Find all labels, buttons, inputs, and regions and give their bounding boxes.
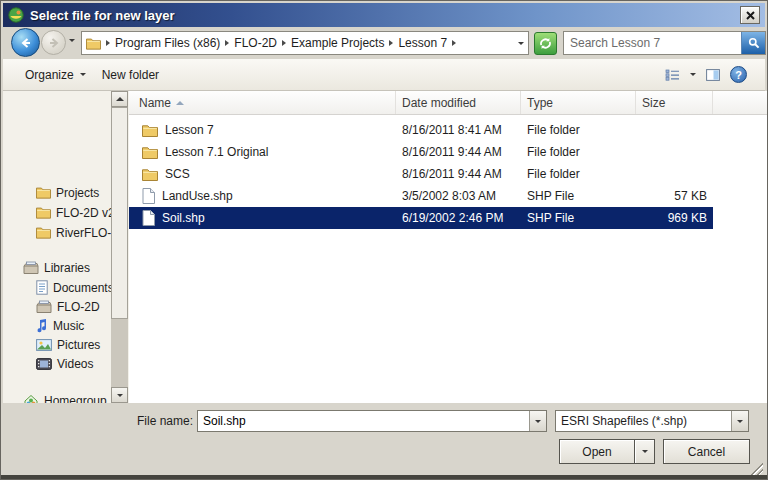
file-date: 8/16/2011 9:44 AM <box>396 167 521 181</box>
sidebar-item-label: Music <box>53 319 84 333</box>
breadcrumb-separator-icon[interactable] <box>452 40 456 46</box>
folder-icon <box>36 206 51 219</box>
column-label: Type <box>527 96 553 110</box>
homegroup-icon <box>23 394 39 404</box>
sidebar-item-label: Homegroup <box>44 394 107 404</box>
app-icon <box>8 7 24 23</box>
file-name-dropdown-button[interactable] <box>529 411 546 431</box>
breadcrumb-item-flo2d[interactable]: FLO-2D <box>234 36 277 50</box>
views-icon[interactable] <box>665 69 680 81</box>
views-chevron-icon[interactable] <box>690 73 696 76</box>
breadcrumb-item-lesson7[interactable]: Lesson 7 <box>398 36 447 50</box>
breadcrumb-item-program-files[interactable]: Program Files (x86) <box>115 36 220 50</box>
music-note-icon <box>36 319 48 333</box>
back-icon <box>20 37 32 49</box>
scrollbar-thumb[interactable] <box>111 107 128 319</box>
search-button[interactable] <box>741 32 765 54</box>
address-history-chevron-icon[interactable] <box>518 42 524 45</box>
address-row: Program Files (x86) FLO-2D Example Proje… <box>3 27 765 59</box>
list-rows: Lesson 7 8/16/2011 8:41 AM File folder L… <box>129 115 767 229</box>
organize-label: Organize <box>25 68 74 82</box>
refresh-icon <box>539 37 552 50</box>
cancel-button[interactable]: Cancel <box>663 439 750 464</box>
breadcrumb-separator-icon[interactable] <box>389 40 393 46</box>
sidebar-item-homegroup[interactable]: Homegroup <box>23 391 107 403</box>
file-type-dropdown-button[interactable] <box>731 411 748 431</box>
new-folder-button[interactable]: New folder <box>94 64 167 86</box>
content-area: Projects FLO-2D v2 RiverFLO- Libraries D… <box>3 91 765 403</box>
sidebar-item-label: Pictures <box>57 338 100 352</box>
folder-icon <box>142 168 158 181</box>
sidebar-scrollbar[interactable] <box>111 91 128 403</box>
toolbar-right-group: ? <box>665 66 751 83</box>
libraries-icon <box>23 261 39 275</box>
scroll-down-button[interactable] <box>111 387 128 403</box>
sidebar-item-riverflo[interactable]: RiverFLO- <box>36 223 111 242</box>
back-button[interactable] <box>11 28 40 57</box>
sidebar-item-projects[interactable]: Projects <box>36 183 99 202</box>
documents-icon <box>36 280 48 295</box>
open-button[interactable]: Open <box>559 439 635 464</box>
cancel-button-label: Cancel <box>688 445 725 459</box>
forward-button[interactable] <box>41 30 66 55</box>
file-type: File folder <box>521 167 636 181</box>
organize-chevron-icon <box>80 73 86 76</box>
table-row-soil-shp-selected[interactable]: Soil.shp 6/19/2002 2:46 PM SHP File 969 … <box>129 207 713 229</box>
breadcrumb-separator-icon[interactable] <box>225 40 229 46</box>
open-button-label: Open <box>582 445 611 459</box>
sidebar-item-music[interactable]: Music <box>36 316 84 335</box>
file-name: LandUse.shp <box>162 189 233 203</box>
sidebar-item-flo2d-v2[interactable]: FLO-2D v2 <box>36 203 111 222</box>
column-header-date-modified[interactable]: Date modified <box>396 91 521 114</box>
sidebar-item-libraries[interactable]: Libraries <box>23 258 90 277</box>
sidebar-item-videos[interactable]: Videos <box>36 354 93 373</box>
sidebar-item-pictures[interactable]: Pictures <box>36 335 100 354</box>
file-type: File folder <box>521 145 636 159</box>
file-name-label: File name: <box>3 414 193 428</box>
file-date: 6/19/2002 2:46 PM <box>396 211 521 225</box>
sidebar-item-label: Documents <box>53 281 111 295</box>
file-type: File folder <box>521 123 636 137</box>
breadcrumb-separator-icon[interactable] <box>282 40 286 46</box>
file-type-value: ESRI Shapefiles (*.shp) <box>556 411 731 431</box>
preview-pane-icon[interactable] <box>706 69 720 81</box>
help-button[interactable]: ? <box>730 66 747 83</box>
search-input[interactable] <box>564 32 741 54</box>
resize-grip[interactable] <box>749 463 763 477</box>
table-row-lesson7[interactable]: Lesson 7 8/16/2011 8:41 AM File folder <box>129 119 713 141</box>
table-row-landuse-shp[interactable]: LandUse.shp 3/5/2002 8:03 AM SHP File 57… <box>129 185 713 207</box>
folder-icon <box>142 146 158 159</box>
breadcrumb-separator-icon[interactable] <box>106 40 110 46</box>
videos-icon <box>36 358 52 370</box>
folder-icon <box>36 226 51 239</box>
search-icon <box>748 37 760 49</box>
title-bar[interactable]: Select file for new layer <box>3 3 765 27</box>
organize-button[interactable]: Organize <box>17 64 94 86</box>
search-box <box>563 31 766 55</box>
navigation-pane: Projects FLO-2D v2 RiverFLO- Libraries D… <box>3 91 111 403</box>
breadcrumb[interactable]: Program Files (x86) FLO-2D Example Proje… <box>81 31 529 55</box>
file-size: 969 KB <box>636 211 713 225</box>
column-header-empty[interactable] <box>713 91 767 114</box>
table-row-scs[interactable]: SCS 8/16/2011 9:44 AM File folder <box>129 163 713 185</box>
scroll-down-icon <box>117 394 123 397</box>
open-split-dropdown-button[interactable] <box>634 439 655 464</box>
breadcrumb-item-example-projects[interactable]: Example Projects <box>291 36 384 50</box>
file-name-input[interactable] <box>198 411 529 431</box>
close-button[interactable] <box>740 6 760 24</box>
close-icon <box>746 11 755 20</box>
column-header-name[interactable]: Name <box>129 91 396 114</box>
library-icon <box>36 300 52 314</box>
recent-pages-chevron-icon[interactable] <box>69 39 75 42</box>
sidebar-item-label: FLO-2D <box>57 300 100 314</box>
sidebar-item-documents[interactable]: Documents <box>36 278 111 297</box>
column-header-type[interactable]: Type <box>521 91 636 114</box>
scroll-up-button[interactable] <box>111 91 128 107</box>
column-label: Date modified <box>402 96 476 110</box>
sidebar-item-flo2d-library[interactable]: FLO-2D <box>36 297 100 316</box>
refresh-button[interactable] <box>534 32 557 55</box>
file-type-combobox[interactable]: ESRI Shapefiles (*.shp) <box>555 410 749 432</box>
table-row-lesson71-original[interactable]: Lesson 7.1 Original 8/16/2011 9:44 AM Fi… <box>129 141 713 163</box>
column-header-size[interactable]: Size <box>636 91 713 114</box>
sidebar-item-label: RiverFLO- <box>56 226 111 240</box>
